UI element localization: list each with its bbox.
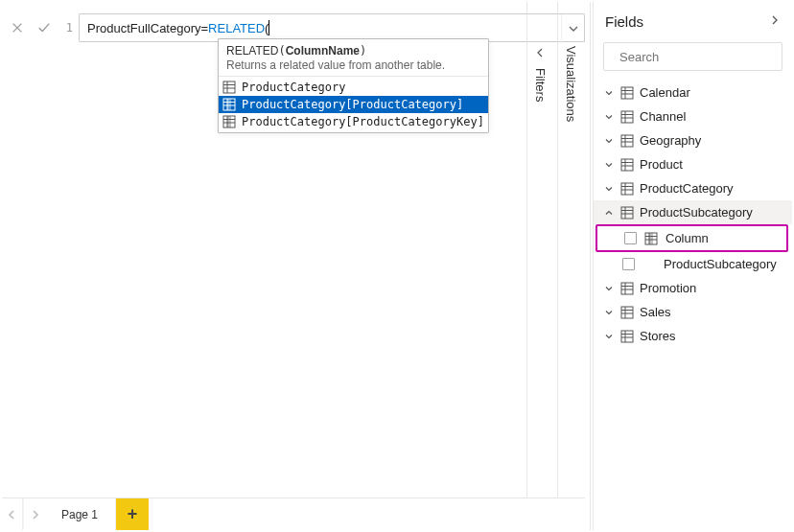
table-icon [620, 330, 634, 343]
table-name: Product [640, 157, 683, 172]
collapse-fields-button[interactable] [769, 14, 781, 29]
fields-search-box[interactable] [603, 42, 782, 71]
intellisense-item[interactable]: ProductCategory[ProductCategoryKey] [219, 113, 488, 130]
table-name: Calendar [640, 85, 690, 100]
chevron-up-icon [603, 207, 615, 219]
commit-formula-button[interactable] [31, 14, 58, 41]
table-row[interactable]: Geography [594, 128, 792, 152]
intellisense-item-label: ProductCategory [242, 81, 345, 94]
filters-label: Filters [533, 68, 548, 102]
checkbox[interactable] [624, 232, 637, 244]
svg-rect-0 [223, 81, 235, 93]
table-icon [620, 158, 634, 172]
intellisense-list: ProductCategoryProductCategory[ProductCa… [219, 77, 488, 132]
chevron-down-icon [603, 159, 615, 171]
svg-rect-15 [621, 87, 633, 99]
add-page-button[interactable]: + [116, 498, 149, 530]
column-icon [222, 98, 236, 111]
svg-rect-48 [621, 307, 633, 318]
svg-rect-35 [621, 207, 633, 219]
prev-page-button[interactable] [2, 498, 23, 530]
table-icon [620, 282, 634, 295]
chevron-down-icon [603, 307, 615, 318]
table-row[interactable]: Channel [594, 104, 792, 128]
table-row[interactable]: ProductSubcategory [594, 200, 792, 224]
fields-pane: Fields CalendarChannelGeographyProductPr… [593, 2, 792, 530]
highlighted-column: Column [596, 224, 788, 252]
svg-rect-44 [621, 283, 633, 294]
chevron-down-icon [603, 135, 615, 147]
search-input[interactable] [619, 50, 781, 64]
table-name: Promotion [640, 281, 696, 295]
chevron-right-icon [769, 14, 781, 26]
page-tab-bar: Page 1 + [2, 497, 585, 530]
fields-table-list: CalendarChannelGeographyProductProductCa… [594, 79, 792, 530]
intellisense-header: RELATED(ColumnName) Returns a related va… [219, 39, 488, 77]
divider [590, 2, 591, 530]
table-row[interactable]: Stores [594, 324, 792, 348]
x-icon [11, 21, 24, 35]
table-icon [620, 86, 634, 100]
formula-equals-token: = [201, 21, 209, 35]
table-icon [620, 182, 634, 196]
column-row[interactable]: Column [597, 226, 786, 250]
expand-formula-button[interactable] [561, 14, 584, 43]
filters-pane-toggle[interactable]: Filters [525, 46, 554, 102]
table-row[interactable]: Sales [594, 300, 792, 324]
table-row[interactable]: ProductCategory [594, 176, 792, 200]
table-name: Geography [640, 133, 701, 148]
table-name: Sales [640, 305, 671, 319]
checkbox[interactable] [622, 258, 635, 270]
svg-rect-23 [621, 135, 633, 147]
column-name: ProductSubcategory [664, 257, 777, 271]
visualizations-pane-toggle[interactable]: Visualizations [556, 46, 585, 122]
formula-function-token: RELATED [208, 21, 265, 35]
svg-rect-19 [621, 111, 633, 123]
chevron-down-icon [603, 111, 615, 123]
intellisense-description: Returns a related value from another tab… [226, 58, 480, 72]
table-icon [620, 134, 634, 148]
svg-rect-43 [649, 233, 653, 244]
formula-line-number: 1 [58, 21, 73, 35]
svg-rect-52 [621, 331, 633, 342]
chevron-down-icon [603, 183, 615, 195]
table-row[interactable]: Promotion [594, 276, 792, 300]
visualizations-label: Visualizations [564, 46, 578, 122]
intellisense-item-label: ProductCategory[ProductCategoryKey] [242, 115, 484, 128]
chevron-down-icon [568, 23, 579, 35]
table-name: ProductCategory [640, 181, 734, 196]
table-name: Channel [640, 109, 686, 124]
text-caret [269, 20, 269, 35]
intellisense-item[interactable]: ProductCategory [219, 79, 488, 96]
page-tab[interactable]: Page 1 [44, 498, 116, 530]
chevron-down-icon [603, 283, 615, 294]
table-row[interactable]: Calendar [594, 81, 792, 104]
table-name: Stores [640, 329, 676, 343]
svg-rect-27 [621, 159, 633, 171]
intellisense-item[interactable]: ProductCategory[ProductCategory] [219, 96, 488, 113]
chevron-right-icon [30, 510, 39, 520]
cancel-formula-button[interactable] [4, 14, 31, 41]
formula-column-token: ProductFullCategory [87, 21, 201, 35]
fields-pane-header: Fields [594, 2, 792, 40]
svg-rect-13 [227, 116, 231, 127]
column-name: Column [666, 231, 709, 245]
table-icon [620, 206, 634, 220]
svg-rect-8 [227, 99, 231, 110]
table-icon [222, 81, 236, 94]
chevron-down-icon [603, 331, 615, 342]
column-row[interactable]: ProductSubcategory [594, 252, 792, 276]
expand-icon [533, 46, 547, 62]
check-icon [37, 21, 51, 35]
next-page-button[interactable] [23, 498, 44, 530]
calc-column-icon [644, 232, 658, 245]
svg-rect-31 [621, 183, 633, 195]
fields-pane-title: Fields [605, 13, 643, 30]
table-row[interactable]: Product [594, 152, 792, 176]
chevron-down-icon [603, 87, 615, 99]
table-name: ProductSubcategory [640, 205, 753, 220]
table-icon [620, 110, 634, 124]
intellisense-item-label: ProductCategory[ProductCategory] [242, 98, 463, 111]
column-icon [222, 115, 236, 128]
intellisense-signature: RELATED(ColumnName) [226, 44, 480, 58]
